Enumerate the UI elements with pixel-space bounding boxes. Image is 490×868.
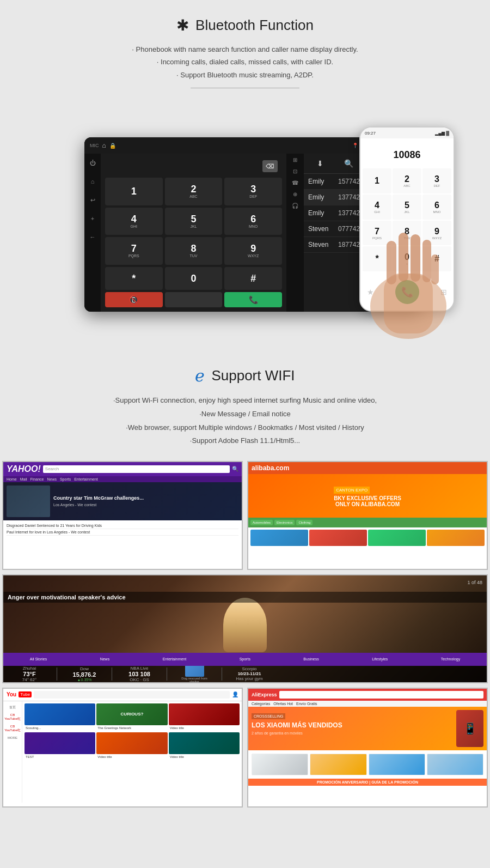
yt-sidebar-home[interactable]: 首页 <box>3 703 22 712</box>
back-nav-icon[interactable]: ↩ <box>87 194 99 206</box>
aliex-product-1[interactable] <box>252 754 308 775</box>
aliexpress-header: AliExpress <box>248 689 487 701</box>
alibaba-logo: alibaba.com <box>252 464 289 472</box>
alibaba-categories: Automobiles Electronics Clothing <box>248 518 487 527</box>
dial-key-3[interactable]: 3DEF <box>224 178 282 205</box>
mic-label: MIC <box>90 143 99 148</box>
recent-icon[interactable]: ⊡ <box>293 168 297 174</box>
aliexpress-hero-sub: 2 años de garantía en móviles <box>252 731 453 735</box>
aliex-product-2[interactable] <box>310 754 366 775</box>
dial-key-7[interactable]: 7PQRS <box>105 237 163 265</box>
youtube-browser-box: You Tube 👤 首页 CB YouTube红 CB YouTube红 MO… <box>2 688 243 808</box>
yahoo-search-bar[interactable]: Search <box>43 465 230 473</box>
yahoo-nav-mail[interactable]: Mail <box>20 477 27 481</box>
news-nav-biz[interactable]: Business <box>301 656 321 662</box>
backspace-button[interactable]: ⌫ <box>262 160 278 172</box>
alibaba-cat-auto[interactable]: Automobiles <box>250 520 273 525</box>
alibaba-browser-box: alibaba.com CANTON EXPO BKY EXCLUSIVE OF… <box>247 461 488 570</box>
link-icon[interactable]: ⊕ <box>293 191 297 197</box>
dial-key-1[interactable]: 1 <box>105 178 163 205</box>
yt-sidebar-red1[interactable]: CB YouTube红 <box>3 712 22 723</box>
yt-video-3[interactable]: Video title <box>169 703 240 731</box>
alibaba-product-1[interactable] <box>250 530 308 546</box>
wifi-description: ·Support Wi-Fi connection, enjoy high sp… <box>11 394 479 448</box>
ticker-dow: Dow 15,876.2 ▲0.35% <box>63 666 106 682</box>
aliex-crossselling: CROSSSELLING <box>252 713 285 719</box>
yahoo-news-2[interactable]: Paul Internet for love in Los Angeles - … <box>7 529 238 536</box>
youtube-header: You Tube 👤 <box>3 689 242 701</box>
bluetooth-title: Bluetooth Function <box>195 17 314 34</box>
aliexpress-search[interactable] <box>279 691 483 699</box>
yt-video-5[interactable]: Video title <box>96 732 167 760</box>
yahoo-search-btn[interactable]: 🔍 <box>232 466 238 472</box>
vol-down-icon[interactable]: ← <box>87 231 99 243</box>
svg-rect-4 <box>411 234 420 282</box>
vol-up-icon[interactable]: + <box>87 213 99 224</box>
dial-key-hash[interactable]: # <box>224 267 282 290</box>
aliex-product-3[interactable] <box>369 754 425 775</box>
power-icon[interactable]: ⏻ <box>87 157 99 169</box>
news-browser-box: ↩ + - Anger over motivational speaker's … <box>2 574 488 683</box>
options-button[interactable] <box>165 292 223 307</box>
wifi-title: Support WIFI <box>211 367 295 384</box>
aliex-nav-categorias[interactable]: Categorías <box>252 702 270 706</box>
alibaba-cat-cloth[interactable]: Clothing <box>296 520 313 525</box>
dialpad-side: ⌫ 1 2ABC 3DEF 4GHI 5JKL 6MNO 7PQRS 8TUV … <box>101 154 286 312</box>
yahoo-nav-home[interactable]: Home <box>7 477 17 481</box>
bluetooth-desc-1: · Phonebook with name search function an… <box>11 43 479 56</box>
news-nav-life[interactable]: Lifestyles <box>370 656 390 662</box>
alibaba-product-2[interactable] <box>309 530 367 546</box>
yt-sidebar-red2[interactable]: CB YouTube红 <box>3 723 22 735</box>
yahoo-nav-sports[interactable]: Sports <box>60 477 71 481</box>
dial-key-2[interactable]: 2ABC <box>165 178 223 205</box>
nav-home-icon[interactable]: ⌂ <box>87 175 99 187</box>
dial-key-8[interactable]: 8TUV <box>165 237 223 265</box>
yt-thumb-1 <box>24 703 95 725</box>
yt-video-2[interactable]: CURIOUS? The Greetings Network <box>96 703 167 731</box>
aliex-nav-ofertas[interactable]: Ofertas Hot <box>273 702 293 706</box>
news-nav-news[interactable]: News <box>98 656 112 662</box>
bluetooth-icon: ✱ <box>176 16 189 34</box>
aliex-product-4[interactable] <box>427 754 483 775</box>
yt-video-4[interactable]: TEST <box>24 732 95 760</box>
aliexpress-hero-image: 📱 <box>456 710 483 747</box>
end-call-button[interactable]: 📵 <box>105 292 163 307</box>
alibaba-header: alibaba.com <box>248 462 487 474</box>
news-nav-sports[interactable]: Sports <box>237 656 253 662</box>
dial-key-4[interactable]: 4GHI <box>105 208 163 235</box>
yahoo-nav-finance[interactable]: Finance <box>30 477 44 481</box>
alibaba-product-3[interactable] <box>368 530 426 546</box>
home-icon[interactable]: ⌂ <box>102 142 106 149</box>
youtube-account-icon[interactable]: 👤 <box>232 691 238 697</box>
yahoo-hero-image <box>7 485 50 517</box>
yt-sidebar-more[interactable]: MORE <box>3 735 22 741</box>
alibaba-cat-elec[interactable]: Electronics <box>274 520 295 525</box>
dial-key-6[interactable]: 6MNO <box>224 208 282 235</box>
news-nav-tech[interactable]: Technology <box>439 656 462 662</box>
call-button[interactable]: 📞 <box>224 292 282 307</box>
yahoo-nav: Home Mail Finance News Sports Entertainm… <box>3 476 242 482</box>
phone-icon[interactable]: ☎ <box>292 180 298 186</box>
news-nav-all[interactable]: All Stories <box>28 656 50 662</box>
yt-video-grid: Scouting... CURIOUS? The Greetings Netwo… <box>22 701 242 762</box>
dial-key-9[interactable]: 9WXYZ <box>224 237 282 265</box>
youtube-search-bar[interactable] <box>34 691 230 699</box>
dial-key-0[interactable]: 0 <box>165 267 223 290</box>
ticker-divider-2 <box>112 667 112 681</box>
yahoo-nav-news[interactable]: News <box>47 477 57 481</box>
aliexpress-promo[interactable]: PROMOCIÓN ANIVERSARIO | GUÍA DE LA PROMO… <box>248 779 487 786</box>
news-nav-ent[interactable]: Entertainment <box>161 656 189 662</box>
yahoo-nav-ent[interactable]: Entertainment <box>74 477 98 481</box>
contacts-icon[interactable]: ⊞ <box>293 157 297 163</box>
alibaba-product-4[interactable] <box>427 530 485 546</box>
aliexpress-hero: CROSSSELLING LOS XIAOMI MÁS VENDIDOS 2 a… <box>248 707 487 750</box>
svg-rect-6 <box>431 254 439 284</box>
yahoo-news-1[interactable]: Disgraced Daniel Sentenced to 21 Years f… <box>7 523 238 529</box>
aliex-nav-envio[interactable]: Envío Gratis <box>296 702 317 706</box>
headset-icon[interactable]: 🎧 <box>292 203 298 209</box>
yt-video-1[interactable]: Scouting... <box>24 703 95 731</box>
download-icon[interactable]: ⬇ <box>314 157 327 170</box>
dial-key-5[interactable]: 5JKL <box>165 208 223 235</box>
dial-key-star[interactable]: * <box>105 267 163 290</box>
yt-video-6[interactable]: Video title <box>169 732 240 760</box>
